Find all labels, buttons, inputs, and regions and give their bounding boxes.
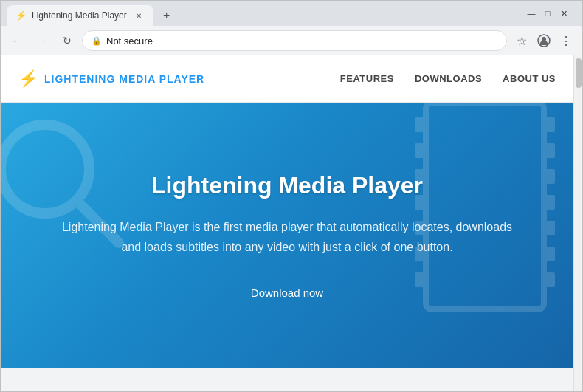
address-bar: ← → ↻ 🔒 Not secure ☆ ⋮: [1, 26, 582, 55]
tabs-area: ⚡ Lightening Media Player ✕ +: [7, 1, 519, 26]
nav-link-downloads[interactable]: DOWNLOADS: [415, 73, 482, 84]
webpage-content: ⚡ LIGHTENING MEDIA PLAYER FEATURES DOWNL…: [1, 55, 573, 391]
film-strip-bg-icon: [389, 103, 573, 317]
hero-description: Lightening Media Player is the first med…: [60, 217, 514, 257]
active-tab[interactable]: ⚡ Lightening Media Player ✕: [7, 5, 153, 26]
lock-icon: 🔒: [92, 36, 102, 46]
tab-title: Lightening Media Player: [32, 10, 127, 21]
scrollbar-thumb[interactable]: [576, 58, 582, 88]
svg-rect-13: [544, 143, 555, 158]
tab-close-button[interactable]: ✕: [133, 10, 145, 21]
maximize-button[interactable]: □: [541, 7, 554, 20]
new-tab-button[interactable]: +: [156, 5, 177, 26]
svg-rect-4: [426, 103, 544, 309]
reload-button[interactable]: ↻: [57, 30, 77, 51]
tab-favicon: ⚡: [15, 10, 26, 21]
window-controls: — □ ✕: [519, 7, 576, 20]
svg-rect-6: [415, 143, 426, 158]
hero-section: Lightening Media Player Lightening Media…: [1, 103, 573, 368]
nav-link-about[interactable]: ABOUT US: [503, 73, 556, 84]
bookmark-button[interactable]: ☆: [511, 30, 532, 51]
toolbar-icons: ☆ ⋮: [511, 30, 576, 51]
security-text: Not secure: [106, 35, 497, 47]
minimize-button[interactable]: —: [525, 7, 538, 20]
hero-title: Lightening Media Player: [151, 172, 423, 199]
profile-button[interactable]: [534, 30, 554, 51]
url-bar[interactable]: 🔒 Not secure: [82, 30, 507, 51]
site-nav-links: FEATURES DOWNLOADS ABOUT US: [340, 73, 556, 84]
hero-cta-button[interactable]: Download now: [251, 286, 323, 299]
forward-button[interactable]: →: [32, 30, 52, 51]
menu-button[interactable]: ⋮: [556, 30, 576, 51]
back-button[interactable]: ←: [7, 30, 27, 51]
svg-rect-15: [544, 195, 555, 210]
svg-rect-5: [415, 117, 426, 132]
logo-text: LIGHTENING MEDIA PLAYER: [44, 73, 204, 85]
svg-rect-18: [544, 272, 555, 287]
title-bar: ⚡ Lightening Media Player ✕ + — □ ✕: [1, 1, 582, 26]
browser-window: ⚡ Lightening Media Player ✕ + — □ ✕ ← → …: [0, 0, 583, 392]
nav-link-features[interactable]: FEATURES: [340, 73, 394, 84]
svg-rect-12: [544, 117, 555, 132]
site-navbar: ⚡ LIGHTENING MEDIA PLAYER FEATURES DOWNL…: [1, 55, 573, 103]
webpage: ⚡ LIGHTENING MEDIA PLAYER FEATURES DOWNL…: [1, 55, 582, 391]
site-logo: ⚡ LIGHTENING MEDIA PLAYER: [18, 69, 340, 89]
svg-rect-16: [544, 221, 555, 235]
svg-point-2: [1, 125, 89, 213]
scrollbar[interactable]: [573, 55, 582, 391]
svg-rect-11: [415, 272, 426, 287]
logo-bolt-icon: ⚡: [18, 69, 38, 89]
svg-rect-14: [544, 169, 555, 184]
svg-rect-17: [544, 247, 555, 261]
close-button[interactable]: ✕: [557, 7, 570, 20]
